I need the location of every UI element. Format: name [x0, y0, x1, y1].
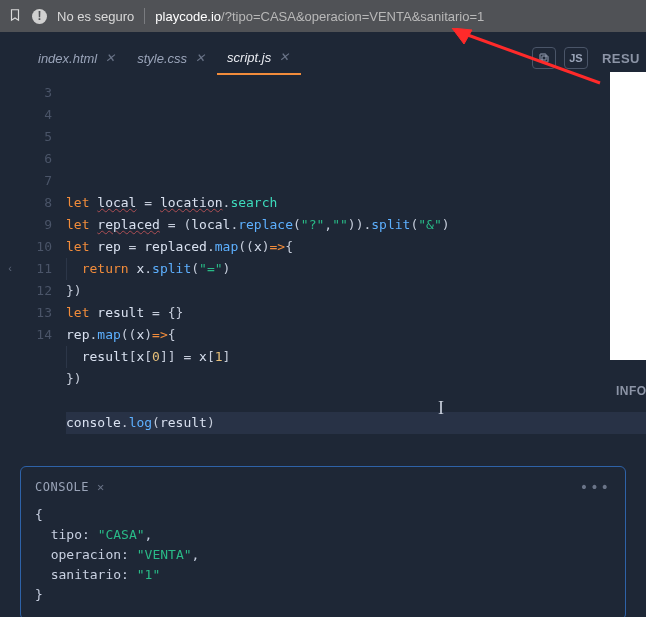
code-line[interactable]: return x.split("=") [66, 258, 646, 280]
code-line[interactable]: }) [66, 368, 646, 390]
svg-rect-3 [540, 54, 546, 60]
code-editor[interactable]: ‹ 34567891011121314 ! let local = locati… [0, 78, 646, 458]
close-icon[interactable]: ✕ [97, 477, 105, 497]
preview-panel-sliver [610, 72, 646, 360]
editor-tab-strip: index.html✕style.css✕script.js✕ JS RESU [0, 38, 646, 78]
code-line[interactable]: result[x[0]] = x[1] [66, 346, 646, 368]
url[interactable]: playcode.io/?tipo=CASA&operacion=VENTA&s… [155, 9, 638, 24]
result-panel-label: RESU [602, 51, 640, 66]
panel-collapse-rail[interactable]: ‹ [0, 78, 20, 458]
console-panel: CONSOLE ✕ ••• { tipo: "CASA", operacion:… [20, 466, 626, 617]
code-line[interactable]: let result = {} [66, 302, 646, 324]
close-icon[interactable]: ✕ [193, 51, 207, 65]
divider [144, 8, 145, 24]
browser-address-bar: ! No es seguro playcode.io/?tipo=CASA&op… [0, 0, 646, 32]
tab-label: index.html [38, 51, 97, 66]
code-line[interactable] [66, 170, 646, 192]
tab-label: style.css [137, 51, 187, 66]
code-area[interactable]: ! let local = location.searchlet replace… [66, 78, 646, 458]
svg-rect-2 [542, 56, 548, 62]
info-panel-label: INFO [610, 378, 646, 404]
close-icon[interactable]: ✕ [103, 51, 117, 65]
tab-script-js[interactable]: script.js✕ [217, 42, 301, 75]
code-line[interactable]: let rep = replaced.map((x)=>{ [66, 236, 646, 258]
more-icon[interactable]: ••• [580, 477, 611, 497]
tab-label: script.js [227, 50, 271, 65]
line-number-gutter: 34567891011121314 [20, 78, 66, 458]
code-line[interactable] [66, 390, 646, 412]
not-secure-label: No es seguro [57, 9, 134, 24]
url-host: playcode.io [155, 9, 221, 24]
url-path: /?tipo=CASA&operacion=VENTA&sanitario=1 [221, 9, 484, 24]
code-line[interactable]: rep.map((x)=>{ [66, 324, 646, 346]
console-title: CONSOLE [35, 477, 89, 497]
code-line[interactable]: }) [66, 280, 646, 302]
chevron-left-icon: ‹ [8, 262, 12, 274]
close-icon[interactable]: ✕ [277, 50, 291, 64]
not-secure-icon[interactable]: ! [32, 9, 47, 24]
bookmark-icon[interactable] [8, 8, 22, 25]
code-line[interactable]: let replaced = (local.replace("?","")).s… [66, 214, 646, 236]
console-output[interactable]: { tipo: "CASA", operacion: "VENTA", sani… [35, 505, 611, 605]
tab-style-css[interactable]: style.css✕ [127, 42, 217, 75]
code-line[interactable]: let local = location.search [66, 192, 646, 214]
language-badge[interactable]: JS [564, 47, 588, 69]
code-line[interactable]: console.log(result) [66, 412, 646, 434]
tab-index-html[interactable]: index.html✕ [28, 42, 127, 75]
copy-button[interactable] [532, 47, 556, 69]
